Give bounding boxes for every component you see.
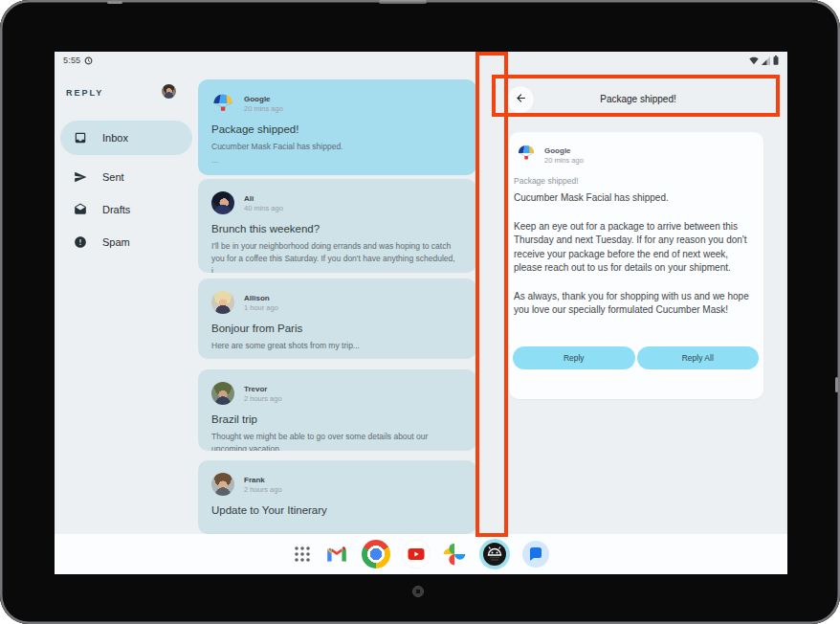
email-preview: I'll be in your neighborhood doing erran… bbox=[211, 240, 463, 273]
email-list-item[interactable]: Frank 2 hours ago Update to Your Itinera… bbox=[198, 460, 476, 534]
email-preview: Thought we might be able to go over some… bbox=[211, 431, 463, 451]
inbox-icon bbox=[74, 131, 87, 145]
email-time: 1 hour ago bbox=[244, 303, 278, 312]
sender-name: Trevor bbox=[244, 385, 282, 393]
chrome-icon[interactable] bbox=[362, 540, 390, 568]
avatar bbox=[211, 382, 234, 405]
reply-app-icon[interactable] bbox=[479, 539, 510, 569]
body-paragraph: Keep an eye out for a package to arrive … bbox=[514, 220, 756, 276]
email-list-item[interactable]: Allison 1 hour ago Bonjour from Paris He… bbox=[198, 279, 476, 359]
email-subject: Package shipped! bbox=[211, 123, 463, 135]
sidebar: REPLY Inbox Sent bbox=[55, 69, 198, 534]
page: 5:55 REPLY Inbox bbox=[0, 0, 840, 624]
sender-name: Ali bbox=[244, 194, 283, 203]
email-subject: Update to Your Itinerary bbox=[211, 504, 463, 516]
power-button bbox=[835, 377, 838, 392]
sidebar-item-inbox[interactable]: Inbox bbox=[60, 121, 192, 155]
email-detail-card: Google 20 mins ago Package shipped! Cucu… bbox=[509, 132, 763, 399]
email-list-item[interactable]: Google 20 mins ago Package shipped! Cucu… bbox=[198, 79, 476, 175]
gmail-icon[interactable] bbox=[324, 542, 349, 567]
sidebar-item-label: Sent bbox=[102, 171, 124, 183]
spam-icon bbox=[74, 235, 87, 249]
sidebar-item-spam[interactable]: Spam bbox=[60, 228, 192, 256]
sender-name: Google bbox=[244, 95, 283, 103]
rear-camera-dot bbox=[412, 586, 424, 597]
sender-name: Allison bbox=[244, 294, 278, 302]
sidebar-item-label: Spam bbox=[102, 236, 130, 248]
sender-name: Google bbox=[544, 146, 584, 155]
email-time: 2 hours ago bbox=[244, 485, 282, 494]
status-time: 5:55 bbox=[63, 56, 80, 65]
send-icon bbox=[74, 170, 87, 184]
screen: 5:55 REPLY Inbox bbox=[55, 52, 787, 574]
messages-icon[interactable] bbox=[522, 541, 549, 568]
sender-logo-parachute bbox=[517, 144, 536, 167]
app-title: REPLY bbox=[66, 88, 103, 98]
email-preview: Cucumber Mask Facial has shipped. bbox=[211, 141, 463, 153]
email-subject: Brazil trip bbox=[211, 413, 463, 425]
email-body: Cucumber Mask Facial has shipped. Keep a… bbox=[509, 191, 763, 318]
avatar bbox=[211, 473, 234, 496]
tablet-frame: 5:55 REPLY Inbox bbox=[0, 0, 840, 624]
sidebar-item-sent[interactable]: Sent bbox=[60, 163, 192, 191]
email-time: 20 mins ago bbox=[544, 156, 584, 165]
profile-avatar[interactable] bbox=[162, 84, 176, 99]
youtube-icon[interactable] bbox=[403, 541, 430, 568]
avatar bbox=[211, 191, 234, 214]
reply-button[interactable]: Reply bbox=[513, 346, 635, 369]
email-preview: Here are some great shots from my trip..… bbox=[211, 340, 463, 352]
email-list: Google 20 mins ago Package shipped! Cucu… bbox=[198, 69, 476, 574]
reply-all-button[interactable]: Reply All bbox=[637, 346, 760, 369]
camera-strip bbox=[379, 0, 427, 4]
volume-button bbox=[107, 1, 122, 4]
drafts-icon bbox=[74, 203, 87, 216]
sidebar-item-drafts[interactable]: Drafts bbox=[60, 195, 192, 224]
email-preview-ellipsis: ... bbox=[211, 155, 463, 165]
dock bbox=[55, 534, 787, 574]
detail-title: Package shipped! bbox=[495, 94, 782, 104]
battery-icon bbox=[773, 52, 779, 69]
avatar bbox=[211, 291, 234, 314]
sender-name: Frank bbox=[244, 476, 282, 484]
photos-icon[interactable] bbox=[442, 542, 467, 567]
alarm-icon bbox=[84, 56, 93, 65]
email-subject-line: Package shipped! bbox=[514, 176, 756, 186]
sidebar-item-label: Drafts bbox=[102, 204, 130, 215]
body-paragraph: Cucumber Mask Facial has shipped. bbox=[514, 191, 756, 206]
email-time: 20 mins ago bbox=[244, 104, 283, 113]
wifi-icon bbox=[749, 52, 759, 69]
status-bar: 5:55 bbox=[55, 52, 787, 69]
email-time: 40 mins ago bbox=[244, 204, 283, 212]
cellular-icon bbox=[762, 52, 770, 69]
email-subject: Brunch this weekend? bbox=[211, 223, 463, 234]
email-subject: Bonjour from Paris bbox=[211, 323, 463, 334]
app-grid-icon[interactable] bbox=[293, 545, 312, 564]
email-list-item[interactable]: Ali 40 mins ago Brunch this weekend? I'l… bbox=[198, 179, 476, 273]
body-paragraph: As always, thank you for shopping with u… bbox=[514, 290, 756, 318]
sender-logo-parachute bbox=[211, 92, 234, 115]
sidebar-item-label: Inbox bbox=[102, 132, 128, 144]
email-list-item[interactable]: Trevor 2 hours ago Brazil trip Thought w… bbox=[198, 369, 476, 451]
email-time: 2 hours ago bbox=[244, 394, 282, 403]
